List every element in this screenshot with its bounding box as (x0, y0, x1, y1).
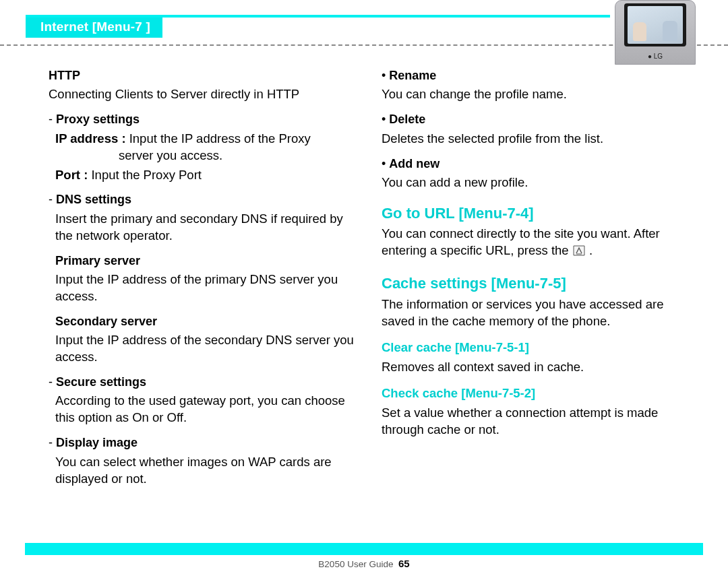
cache-settings-heading: Cache settings [Menu-7-5] (382, 273, 689, 294)
footer-guide-label: B2050 User Guide (318, 559, 393, 569)
page-header-title: Internet [Menu-7 ] (26, 18, 162, 38)
secure-settings-heading: Secure settings (49, 374, 356, 390)
ip-address-body-l2: server you access. (119, 148, 356, 164)
left-column: HTTP Connecting Clients to Server direct… (49, 65, 356, 536)
http-heading: HTTP (49, 67, 356, 84)
go-to-url-body: You can connect directly to the site you… (382, 226, 689, 261)
check-cache-body: Set a value whether a connection attempt… (382, 405, 689, 439)
ip-address-label: IP address : (55, 131, 126, 146)
go-to-url-heading: Go to URL [Menu-7-4] (382, 203, 689, 224)
content-area: HTTP Connecting Clients to Server direct… (49, 65, 689, 536)
clear-cache-heading: Clear cache [Menu-7-5-1] (382, 340, 689, 356)
dns-settings-heading: DNS settings (49, 191, 356, 207)
ip-address-row: IP address : Input the IP address of the… (55, 131, 356, 148)
cache-settings-body: The information or services you have acc… (382, 296, 689, 330)
footer-text: B2050 User Guide 65 (0, 558, 728, 569)
secondary-server-heading: Secondary server (55, 313, 356, 329)
port-body: Input the Proxy Port (91, 168, 202, 182)
rename-heading: Rename (382, 67, 689, 84)
page-number: 65 (398, 558, 410, 569)
primary-server-heading: Primary server (55, 253, 356, 269)
clear-cache-body: Removes all context saved in cache. (382, 359, 689, 376)
http-body: Connecting Clients to Server directly in… (49, 86, 356, 103)
add-new-heading: Add new (382, 156, 689, 172)
delete-heading: Delete (382, 111, 689, 127)
dns-settings-body: Insert the primary and secondary DNS if … (55, 211, 356, 245)
add-new-body: You can add a new profile. (382, 174, 689, 191)
delete-body: Deletes the selected profile from the li… (382, 131, 689, 148)
rename-body: You can change the profile name. (382, 86, 689, 103)
display-image-heading: Display image (49, 434, 356, 451)
right-column: Rename You can change the profile name. … (382, 65, 689, 536)
secondary-server-body: Input the IP address of the secondary DN… (55, 332, 356, 366)
press-key-icon (572, 245, 586, 261)
phone-brand-label: ● LG (615, 53, 695, 60)
phone-illustration: ● LG (615, 0, 696, 65)
ip-address-body-l1: Input the IP address of the Proxy (129, 131, 311, 146)
secure-settings-body: According to the used gateway port, you … (55, 393, 356, 426)
primary-server-body: Input the IP address of the primary DNS … (55, 271, 356, 305)
footer-accent-bar (25, 543, 703, 555)
proxy-settings-heading: Proxy settings (49, 111, 356, 127)
display-image-body: You can select whether images on WAP car… (55, 454, 356, 488)
check-cache-heading: Check cache [Menu-7-5-2] (382, 385, 689, 402)
port-row: Port : Input the Proxy Port (55, 167, 356, 184)
port-label: Port : (55, 168, 88, 182)
